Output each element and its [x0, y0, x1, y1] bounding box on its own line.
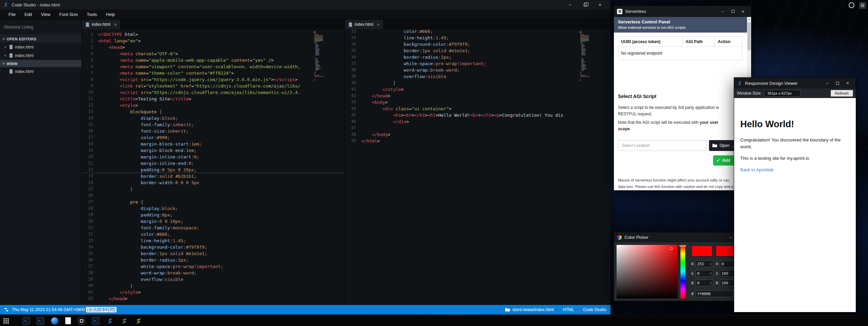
- hue-slider[interactable]: [680, 245, 685, 299]
- taskbar-terminal-1[interactable]: >_: [22, 317, 30, 325]
- close-button[interactable]: ×: [738, 6, 748, 17]
- status-file-path[interactable]: store:/www/index.html: [505, 307, 554, 312]
- code-line-44: 44 <div class="ui container">: [345, 106, 610, 112]
- color-swatch-current[interactable]: [691, 246, 712, 256]
- tab-bar-2: index.html ×: [345, 20, 610, 29]
- code-line-14: 14 display:block;: [82, 115, 344, 121]
- serverless-icon: [617, 9, 622, 14]
- refresh-button[interactable]: Refresh: [831, 90, 853, 97]
- check-icon: ✓: [716, 158, 720, 163]
- color-picker-window-title: Color Picker: [624, 235, 649, 240]
- close-button[interactable]: ×: [843, 78, 853, 89]
- status-time[interactable]: Thu May 11 2023 21:54:48 GMT+0800 (台北標準時…: [12, 307, 117, 313]
- taskbar-terminal-3[interactable]: >_: [92, 317, 100, 325]
- close-icon[interactable]: ×: [3, 45, 7, 50]
- hex-input[interactable]: ff0000: [695, 290, 733, 297]
- sidebar: Directory Listing ▾OPEN EDITORS×index.ht…: [0, 20, 82, 305]
- code-line-39: 39 overflow:visible: [345, 73, 610, 80]
- sidebar-item-index.html[interactable]: ×index.html: [0, 43, 82, 51]
- code-area-2[interactable]: 32 color:#666;33 line-height:1.45;34 bac…: [345, 29, 610, 305]
- back-to-aprintlab-link[interactable]: Back to Aprintlab: [740, 167, 774, 172]
- code-line-27: 27 pre {: [82, 199, 344, 205]
- status-language[interactable]: HTML: [563, 307, 574, 312]
- taskbar: >_>_>_: [0, 315, 868, 326]
- stepper-icons[interactable]: ▲▼: [710, 272, 711, 275]
- taskbar-code-studio-green[interactable]: [135, 317, 142, 325]
- code-line-34: 34 background-color:#f9f9f9;: [345, 41, 610, 47]
- window-controls: − ×: [822, 78, 853, 89]
- code-line-37: 37 white-space:pre-wrap!important;: [82, 263, 344, 270]
- saturation-value-area[interactable]: [617, 245, 678, 299]
- maximize-button[interactable]: [832, 78, 843, 89]
- close-icon[interactable]: ×: [3, 53, 7, 58]
- agi-description: Select a script to be executed by 3rd pa…: [618, 104, 719, 117]
- misuse-warning: Misuse of serverless function might affe…: [618, 177, 733, 190]
- file-icon: [9, 45, 13, 49]
- serverless-window-title: Serverless: [625, 9, 646, 14]
- code-line-41: 41 </style>: [82, 289, 344, 295]
- taskbar-serverless-app[interactable]: [78, 317, 85, 325]
- file-icon: [349, 22, 352, 27]
- code-line-19: 19 margin-block-end:1em;: [82, 147, 344, 154]
- r-input[interactable]: 255▲▼: [695, 261, 713, 267]
- maximize-button[interactable]: [728, 6, 738, 17]
- maximize-icon: [836, 82, 839, 85]
- b-label: B: [691, 281, 694, 285]
- minimize-button[interactable]: −: [822, 78, 832, 89]
- table-header-action: Action: [715, 37, 742, 46]
- close-icon[interactable]: ×: [377, 22, 380, 27]
- menu-edit[interactable]: Edit: [20, 9, 36, 19]
- taskbar-code-studio-teal[interactable]: [121, 317, 128, 325]
- restore-button[interactable]: [578, 0, 592, 9]
- window-size-value[interactable]: 361px x 627px: [764, 90, 800, 97]
- sidebar-section-open-editors[interactable]: ▾OPEN EDITORS: [0, 35, 82, 43]
- sv-marker[interactable]: [670, 247, 673, 250]
- scrollbar-thumb[interactable]: [747, 22, 751, 50]
- serverless-banner: Serverless Control Panel Allow external …: [614, 17, 747, 33]
- taskbar-terminal-2[interactable]: >_: [37, 317, 44, 325]
- menu-view[interactable]: View: [36, 9, 55, 19]
- minimap-1[interactable]: [313, 31, 323, 81]
- taskbar-files[interactable]: [65, 317, 71, 324]
- b-input[interactable]: 0▲▼: [695, 280, 713, 286]
- minimize-button[interactable]: −: [563, 0, 578, 9]
- sidebar-item-index.html[interactable]: ×index.html: [0, 51, 82, 60]
- code-line-40: 40 }: [345, 80, 610, 86]
- tab-index-html-1[interactable]: index.html ×: [82, 20, 121, 29]
- sidebar-section-www[interactable]: ▾WWW: [0, 60, 82, 67]
- close-icon[interactable]: ×: [114, 22, 117, 27]
- panel-subtitle: Allow external services to run AGI scrip…: [618, 25, 743, 30]
- stepper-icons[interactable]: ▲▼: [710, 281, 711, 285]
- title-bar: Code Studio - index.html − ×: [0, 0, 610, 9]
- code-area-1[interactable]: 1<!DOCTYPE html>2<html lang="en">3 <head…: [82, 29, 344, 305]
- code-line-26: 26: [82, 192, 344, 199]
- status-right: store:/www/index.html HTML Code Studio: [505, 307, 606, 312]
- minimize-button[interactable]: −: [718, 6, 728, 17]
- taskbar-app-launcher[interactable]: [3, 318, 9, 324]
- g-input[interactable]: 0▲▼: [695, 270, 713, 277]
- restore-icon: [584, 3, 587, 6]
- taskbar-browser[interactable]: [51, 317, 58, 325]
- menu-file[interactable]: File: [4, 9, 20, 19]
- select-location-input[interactable]: [618, 140, 706, 151]
- taskbar-code-studio-blue[interactable]: [106, 317, 114, 325]
- tab-index-html-2[interactable]: index.html ×: [345, 20, 384, 29]
- close-button[interactable]: ×: [592, 0, 607, 9]
- scroll-up-icon[interactable]: ▲: [747, 18, 751, 20]
- sidebar-item-index.html[interactable]: index.html: [0, 67, 82, 76]
- code-line-32: 32 color:#666;: [345, 29, 610, 35]
- menu-icon[interactable]: [859, 2, 866, 8]
- stepper-icons[interactable]: ▲▼: [710, 262, 711, 266]
- code-line-38: 38 word-wrap:break-word;: [345, 67, 610, 73]
- menu-font-size[interactable]: Font Size: [55, 9, 82, 19]
- r-label: R: [691, 262, 694, 266]
- minimap-2[interactable]: [579, 31, 589, 81]
- sidebar-title: Directory Listing: [0, 20, 82, 35]
- color-swatch-previous[interactable]: [716, 246, 733, 256]
- menu-tools[interactable]: Tools: [82, 9, 101, 19]
- sync-icon[interactable]: [849, 2, 854, 8]
- responsive-toolbar: Window Size: 361px x 627px Refresh: [734, 89, 856, 98]
- hue-marker[interactable]: [679, 245, 686, 247]
- menu-help[interactable]: Help: [102, 9, 120, 19]
- code-line-32: 32 color:#666;: [82, 231, 344, 237]
